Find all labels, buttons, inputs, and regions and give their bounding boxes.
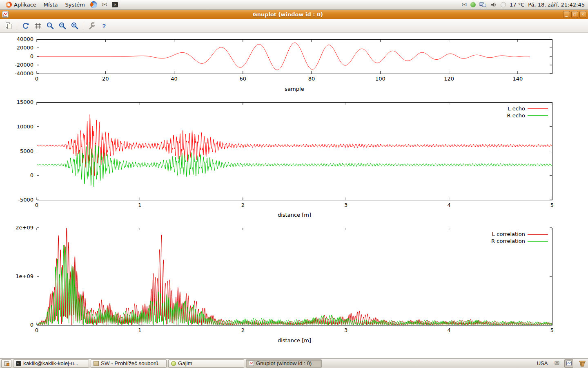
mail-notification-icon[interactable]: ✉ <box>461 0 467 9</box>
weather-circle-icon <box>501 2 506 7</box>
svg-text:1: 1 <box>138 202 141 208</box>
menu-places[interactable]: Místa <box>40 0 61 9</box>
gajim-task-icon <box>171 361 176 366</box>
weather-icon[interactable] <box>501 0 506 9</box>
top-panel: Aplikace Místa Systém ✉ ✉ <box>0 0 588 10</box>
chart-2: 012345-5000050001000015000distance [m]L … <box>17 99 554 218</box>
svg-text:R correlation: R correlation <box>491 238 525 244</box>
copy-clipboard-button[interactable] <box>3 20 14 31</box>
svg-text:3: 3 <box>344 327 347 333</box>
grid-icon <box>34 22 42 30</box>
svg-text:0: 0 <box>30 172 33 178</box>
remote-desktop-icon[interactable] <box>479 0 487 9</box>
svg-text:10000: 10000 <box>17 123 33 130</box>
ubuntu-logo-icon <box>6 2 12 8</box>
gnuplot-window: Gnuplot (window id : 0) _ □ × <box>0 10 588 358</box>
mail-launcher-icon[interactable]: ✉ <box>100 0 109 10</box>
trash-icon[interactable] <box>578 360 586 367</box>
svg-text:-20000: -20000 <box>15 62 33 68</box>
svg-text:2: 2 <box>241 202 245 208</box>
svg-text:1e+09: 1e+09 <box>16 273 33 279</box>
gnuplot-tray-icon[interactable] <box>564 359 573 368</box>
task-button-gnuplot[interactable]: Gnuplot (window id : 0) <box>246 359 322 368</box>
task-button-gajim[interactable]: Gajim <box>168 359 244 368</box>
menu-places-label: Místa <box>44 2 58 8</box>
help-button[interactable]: ? <box>98 20 109 31</box>
toolbar-separator <box>83 22 83 30</box>
svg-text:2e+09: 2e+09 <box>16 224 33 231</box>
svg-text:5000: 5000 <box>20 148 33 154</box>
replot-button[interactable] <box>20 20 31 31</box>
svg-text:4: 4 <box>447 202 450 208</box>
maximize-glyph-icon: □ <box>573 12 576 17</box>
svg-text:140: 140 <box>512 76 523 82</box>
svg-text:60: 60 <box>240 76 247 82</box>
update-circle-icon <box>470 2 476 7</box>
svg-text:L echo: L echo <box>508 105 525 112</box>
terminal-glyph-icon <box>112 2 118 7</box>
magnifier-icon <box>46 22 54 30</box>
task-button-file-manager[interactable]: SW - Prohlížeč souborů <box>91 359 167 368</box>
svg-text:0: 0 <box>30 322 33 328</box>
svg-text:120: 120 <box>444 76 454 82</box>
svg-text:L correlation: L correlation <box>492 231 525 237</box>
titlebar[interactable]: Gnuplot (window id : 0) _ □ × <box>0 10 588 19</box>
menu-system-label: Systém <box>65 2 85 8</box>
zoom-button[interactable] <box>45 20 56 31</box>
svg-text:1: 1 <box>138 327 141 333</box>
speaker-icon <box>490 2 497 8</box>
volume-icon[interactable] <box>490 0 497 9</box>
maximize-button[interactable]: □ <box>571 11 578 18</box>
svg-text:5: 5 <box>550 327 554 333</box>
monitors-icon <box>479 2 487 8</box>
task-label: kaklik@kaklik-kolej-u... <box>23 360 78 366</box>
zoom-next-button[interactable] <box>69 20 80 31</box>
gnuplot-window-icon <box>2 11 9 19</box>
keyboard-layout-indicator[interactable]: USA <box>535 360 550 366</box>
svg-text:100: 100 <box>375 76 385 82</box>
plot-area: 020406080100120140-40000-200000200004000… <box>0 33 588 358</box>
plot-canvas[interactable]: 020406080100120140-40000-200000200004000… <box>0 33 588 358</box>
gnuplot-toolbar: ? <box>0 19 588 33</box>
svg-text:distance [m]: distance [m] <box>278 337 311 343</box>
firefox-globe-icon <box>90 1 97 8</box>
mini-chart-icon <box>566 361 572 366</box>
minimize-glyph-icon: _ <box>566 12 568 17</box>
chart-1: 020406080100120140-40000-200000200004000… <box>15 36 552 92</box>
minimize-button[interactable]: _ <box>563 11 570 18</box>
svg-text:distance [m]: distance [m] <box>278 212 311 218</box>
svg-text:0: 0 <box>35 76 38 82</box>
update-notifier-icon[interactable] <box>470 0 476 9</box>
svg-text:40: 40 <box>171 76 178 82</box>
panel-left: Aplikace Místa Systém ✉ <box>2 0 120 9</box>
terminal-task-icon <box>16 361 21 366</box>
show-desktop-button[interactable] <box>1 359 11 368</box>
temperature-label[interactable]: 17 °C <box>510 2 524 8</box>
svg-text:0: 0 <box>35 202 38 208</box>
terminal-launcher-icon[interactable] <box>110 0 120 10</box>
configure-button[interactable] <box>86 20 97 31</box>
file-manager-task-icon <box>94 361 99 366</box>
panel-right: ✉ 17 °C Pá, 18. září, 21:42:45 <box>461 0 586 9</box>
clock-label[interactable]: Pá, 18. září, 21:42:45 <box>528 2 585 8</box>
menu-applications[interactable]: Aplikace <box>2 0 40 9</box>
svg-text:-40000: -40000 <box>15 70 33 76</box>
svg-text:80: 80 <box>308 76 315 82</box>
zoom-previous-button[interactable] <box>57 20 68 31</box>
show-desktop-icon <box>4 361 9 366</box>
svg-text:0: 0 <box>35 327 38 333</box>
svg-text:R echo: R echo <box>507 112 525 119</box>
svg-text:40000: 40000 <box>17 36 33 42</box>
menu-system[interactable]: Systém <box>62 0 88 9</box>
chart-3: 01234501e+092e+09distance [m]L correlati… <box>16 224 554 343</box>
svg-text:15000: 15000 <box>17 99 33 105</box>
mail-tray-icon[interactable]: ✉ <box>554 359 559 368</box>
window-title: Gnuplot (window id : 0) <box>16 10 559 19</box>
taskbar-right: USA ✉ <box>535 359 587 368</box>
firefox-icon[interactable] <box>89 0 99 10</box>
task-button-terminal[interactable]: kaklik@kaklik-kolej-u... <box>13 359 89 368</box>
close-button[interactable]: × <box>579 11 586 18</box>
task-label: SW - Prohlížeč souborů <box>101 360 158 366</box>
window-controls: _ □ × <box>563 11 586 18</box>
toggle-grid-button[interactable] <box>32 20 43 31</box>
